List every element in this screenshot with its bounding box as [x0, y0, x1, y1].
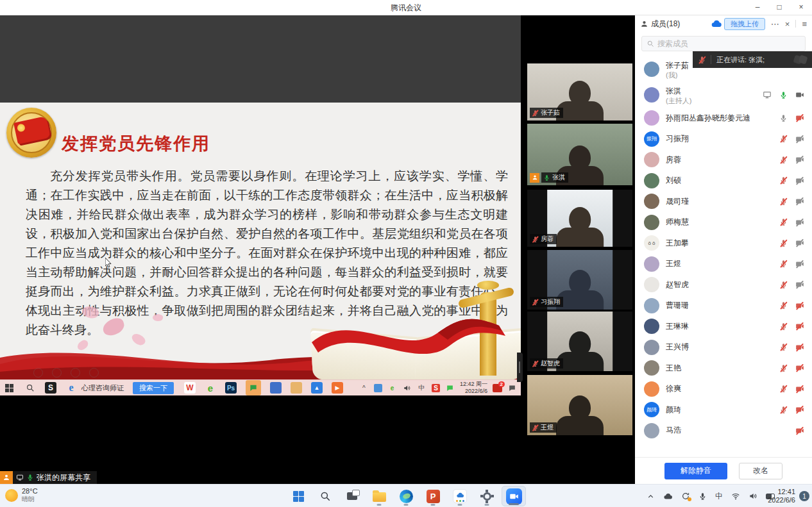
member-row[interactable]: 马浩 — [635, 420, 812, 442]
tray-blue-app-icon[interactable] — [374, 384, 382, 392]
video-tile[interactable]: 张淇 — [527, 124, 632, 185]
camera-icon[interactable] — [795, 385, 804, 394]
wechat-icon-active[interactable] — [246, 380, 261, 395]
prev-slide-icon[interactable] — [33, 368, 43, 378]
mic-icon[interactable] — [779, 197, 788, 206]
app-s-icon[interactable]: S — [45, 382, 56, 394]
camera-icon[interactable] — [795, 301, 804, 310]
rename-button[interactable]: 改名 — [739, 463, 782, 479]
mic-icon[interactable] — [779, 135, 788, 143]
tray-volume-icon[interactable] — [402, 383, 412, 393]
member-row[interactable]: 王琳琳 — [635, 316, 812, 337]
member-row[interactable]: 赵智虎 — [635, 274, 812, 295]
member-row[interactable]: 振翔 习振翔 — [635, 129, 812, 150]
tray-cloud-icon[interactable] — [663, 492, 673, 501]
powerpoint-icon[interactable]: P — [421, 486, 445, 506]
pen-tool-icon[interactable] — [71, 368, 80, 378]
mic-icon[interactable] — [779, 343, 788, 351]
tray-360-icon[interactable]: e — [387, 383, 397, 393]
camera-icon[interactable] — [795, 343, 804, 352]
edge-browser-icon[interactable] — [394, 486, 418, 506]
mic-icon[interactable] — [779, 156, 788, 164]
home-folder-icon[interactable] — [291, 382, 302, 394]
camera-icon[interactable] — [795, 197, 804, 206]
member-row[interactable]: 房蓉 — [635, 149, 812, 170]
member-row[interactable]: 颜琦 颜琦 — [635, 399, 812, 420]
panel-menu-icon[interactable]: ≡ — [802, 19, 807, 29]
action-center-icon[interactable] — [507, 383, 517, 393]
camera-icon[interactable] — [795, 218, 804, 227]
tray-sync-icon[interactable] — [681, 492, 690, 501]
camera-icon[interactable] — [795, 322, 804, 331]
member-row[interactable]: 孙雨阳丛鑫孙晓彤姜元迪 — [635, 108, 812, 129]
task-view-button[interactable] — [340, 486, 364, 506]
more-options-icon[interactable]: ⋯ — [771, 19, 779, 29]
search-button[interactable] — [313, 486, 337, 506]
tray-ime-indicator[interactable]: 中 — [715, 491, 723, 502]
member-row[interactable]: 王煜 — [635, 254, 812, 275]
video-tile[interactable]: 习振翔 — [527, 250, 632, 310]
ie-browser-icon[interactable]: e — [65, 382, 77, 394]
tray-wifi-icon[interactable] — [731, 492, 740, 501]
tencent-meeting-icon[interactable] — [502, 486, 526, 506]
camera-icon[interactable] — [795, 176, 804, 185]
camera-icon[interactable] — [795, 135, 804, 144]
minimize-button[interactable]: – — [747, 0, 768, 15]
tray-chevron-icon[interactable]: ^ — [359, 383, 369, 393]
tray-ime-indicator[interactable]: 中 — [417, 383, 427, 393]
camera-icon[interactable] — [795, 155, 804, 164]
mic-icon[interactable] — [779, 322, 788, 331]
tray-sogou-icon[interactable]: S — [432, 384, 440, 392]
mic-icon[interactable] — [779, 301, 788, 310]
camera-icon[interactable] — [795, 90, 804, 99]
mic-icon[interactable] — [779, 260, 788, 268]
file-explorer-icon[interactable] — [367, 486, 391, 506]
mic-icon[interactable] — [779, 364, 788, 372]
camera-icon[interactable] — [795, 260, 804, 269]
camera-icon[interactable] — [795, 426, 804, 435]
member-search-box[interactable] — [641, 36, 806, 51]
search-icon[interactable] — [24, 382, 36, 394]
mic-icon[interactable] — [779, 218, 788, 226]
video-tile[interactable]: 张子茹 — [527, 63, 632, 121]
mic-icon[interactable] — [779, 406, 788, 414]
mic-icon[interactable] — [779, 91, 788, 99]
member-search-input[interactable] — [657, 39, 792, 48]
tray-chevron-icon[interactable] — [647, 492, 655, 501]
drag-upload-hint[interactable]: 拖拽上传 — [711, 17, 765, 30]
close-panel-icon[interactable]: × — [785, 19, 790, 29]
slide-menu-icon[interactable] — [89, 368, 99, 378]
mic-icon[interactable] — [779, 114, 788, 122]
video-tile[interactable]: 赵智虎 — [527, 312, 632, 371]
camera-icon[interactable] — [795, 405, 804, 414]
wps-icon[interactable]: W — [184, 382, 196, 394]
member-row[interactable]: 刘硕 — [635, 170, 812, 192]
member-row[interactable]: 徐爽 — [635, 379, 812, 400]
video-tile[interactable]: 王煜 — [527, 375, 632, 435]
camera-icon[interactable] — [795, 113, 804, 122]
member-row[interactable]: ō ō 王加攀 — [635, 233, 812, 254]
notification-count-badge[interactable]: 1 — [799, 491, 809, 501]
mic-icon[interactable] — [779, 239, 788, 247]
camera-icon[interactable] — [795, 280, 804, 289]
photos-icon[interactable]: ▲ — [311, 382, 323, 394]
cloud-app-icon[interactable] — [448, 486, 472, 506]
mic-icon[interactable] — [779, 281, 788, 289]
browser-360-icon[interactable]: e — [205, 382, 216, 394]
camera-icon[interactable] — [795, 363, 804, 372]
search-submit-button[interactable]: 搜索一下 — [133, 382, 174, 394]
tray-volume-icon[interactable] — [749, 492, 757, 501]
start-icon[interactable] — [5, 384, 13, 392]
video-tile[interactable]: 房蓉 — [527, 190, 632, 247]
start-button[interactable] — [286, 486, 310, 506]
settings-icon[interactable] — [475, 486, 499, 506]
slideshow-controls[interactable] — [33, 368, 99, 378]
close-button[interactable]: × — [790, 0, 812, 15]
tray-wechat-icon[interactable] — [445, 383, 455, 393]
maximize-button[interactable]: □ — [768, 0, 790, 15]
member-row[interactable]: 曹珊珊 — [635, 295, 812, 317]
member-row[interactable]: 晟司瑾 — [635, 191, 812, 212]
next-slide-icon[interactable] — [52, 368, 62, 378]
presenter-clock[interactable]: 12:42 周一 2022/6/6 — [460, 381, 487, 395]
browser-tab-title[interactable]: 心理咨询师证 — [81, 383, 124, 393]
